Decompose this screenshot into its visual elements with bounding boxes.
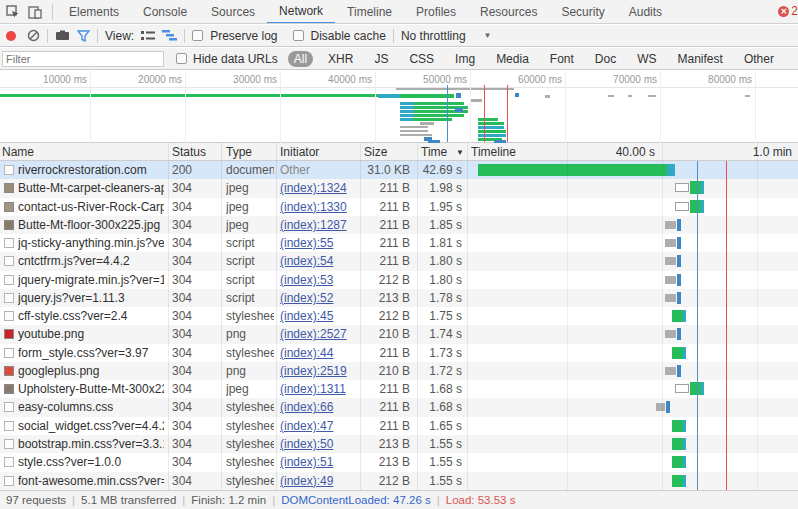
table-row[interactable]: jquery-migrate.min.js?ver=1.2.1304script… (0, 271, 798, 289)
column-header-timeline[interactable]: Timeline (471, 145, 516, 159)
throttling-value: No throttling (401, 29, 466, 43)
waterfall-bar (656, 403, 665, 411)
disable-cache-label: Disable cache (311, 29, 386, 43)
show-waterfall-icon[interactable] (162, 30, 177, 41)
filter-pill-media[interactable]: Media (490, 51, 535, 67)
device-toolbar-icon[interactable] (28, 5, 42, 19)
table-row[interactable]: contact-us-River-Rock-Carpet-Clea...304j… (0, 198, 798, 216)
tab-elements[interactable]: Elements (57, 0, 131, 24)
ruler-label: 30000 ms (217, 74, 277, 85)
filter-input[interactable] (2, 51, 164, 67)
filter-pill-img[interactable]: Img (449, 51, 481, 67)
waterfall-bar (683, 310, 686, 322)
network-toolbar: View: Preserve log Disable cache No thro… (0, 25, 798, 47)
table-row[interactable]: jq-sticky-anything.min.js?ver=1.3.1304sc… (0, 234, 798, 252)
error-count-badge[interactable]: ✕ 2 (778, 4, 798, 18)
disable-cache-checkbox[interactable] (293, 30, 304, 41)
type-cell: jpeg (226, 181, 274, 195)
time-cell: 1.81 s (382, 236, 462, 250)
waterfall-bar (690, 382, 701, 395)
filter-pill-other[interactable]: Other (738, 51, 780, 67)
clear-button[interactable] (27, 29, 40, 42)
image-thumbnail-icon (4, 366, 14, 376)
request-name-cell: style.css?ver=1.0.0 (4, 455, 164, 469)
tab-security[interactable]: Security (549, 0, 616, 24)
file-icon (4, 439, 14, 449)
tab-resources[interactable]: Resources (468, 0, 549, 24)
table-row[interactable]: cff-style.css?ver=2.4304stylesheet(index… (0, 307, 798, 325)
tab-timeline[interactable]: Timeline (335, 0, 404, 24)
waterfall-bar (672, 310, 683, 322)
table-row[interactable]: social_widget.css?ver=4.4.2304stylesheet… (0, 417, 798, 435)
request-name-cell: riverrockrestoration.com (4, 163, 164, 177)
overview-bar (470, 99, 482, 102)
table-row[interactable]: jquery.js?ver=1.11.3304script(index):522… (0, 289, 798, 307)
table-row[interactable]: Upholstery-Butte-Mt-300x225.jpg304jpeg(i… (0, 380, 798, 398)
status-cell: 304 (172, 291, 218, 305)
overview-bar (400, 130, 428, 132)
network-overview[interactable]: 10000 ms20000 ms30000 ms40000 ms50000 ms… (0, 71, 798, 143)
type-cell: jpeg (226, 200, 274, 214)
tab-sources[interactable]: Sources (199, 0, 267, 24)
filter-pill-xhr[interactable]: XHR (322, 51, 359, 67)
table-row[interactable]: easy-columns.css304stylesheet(index):662… (0, 398, 798, 416)
hide-data-urls-checkbox[interactable] (176, 53, 187, 64)
tab-audits[interactable]: Audits (617, 0, 674, 24)
column-header-status[interactable]: Status (172, 145, 206, 159)
column-header-time[interactable]: Time (421, 145, 447, 159)
filter-pill-ws[interactable]: WS (631, 51, 662, 67)
waterfall-bar (701, 181, 704, 194)
overview-bar (400, 118, 412, 121)
column-header-type[interactable]: Type (226, 145, 252, 159)
tab-profiles[interactable]: Profiles (404, 0, 468, 24)
file-icon (4, 457, 14, 467)
time-cell: 1.55 s (382, 474, 462, 488)
record-button[interactable] (6, 31, 16, 41)
screenshot-capture-icon[interactable] (55, 30, 70, 42)
transferred-size: 5.1 MB transferred (81, 494, 176, 506)
filter-pill-js[interactable]: JS (368, 51, 394, 67)
overview-bar (0, 94, 384, 97)
filter-icon[interactable] (77, 30, 90, 42)
preserve-log-checkbox[interactable] (192, 30, 203, 41)
filter-pill-font[interactable]: Font (544, 51, 580, 67)
filter-pill-all[interactable]: All (288, 51, 313, 67)
status-cell: 304 (172, 327, 218, 341)
overview-bar (745, 95, 750, 97)
waterfall-bar (683, 438, 686, 450)
file-icon (4, 238, 14, 248)
inspect-element-icon[interactable] (6, 5, 20, 19)
column-header-size[interactable]: Size (364, 145, 387, 159)
throttling-dropdown[interactable]: No throttling ▼ (401, 29, 492, 43)
file-icon (4, 402, 14, 412)
waterfall-bar (672, 420, 683, 432)
table-row[interactable]: Butte-Mt-floor-300x225.jpg304jpeg(index)… (0, 216, 798, 234)
filter-pill-manifest[interactable]: Manifest (672, 51, 729, 67)
tab-network[interactable]: Network (267, 0, 335, 24)
domcontentloaded-time: DOMContentLoaded: 47.26 s (281, 494, 431, 506)
time-cell: 1.80 s (382, 273, 462, 287)
column-header-initiator[interactable]: Initiator (280, 145, 319, 159)
time-cell: 1.68 s (382, 382, 462, 396)
table-row[interactable]: style.css?ver=1.0.0304stylesheet(index):… (0, 453, 798, 471)
ruler-gridline (660, 71, 661, 143)
tab-console[interactable]: Console (131, 0, 199, 24)
table-row[interactable]: youtube.png304png(index):2527210 B1.74 s (0, 325, 798, 343)
table-row[interactable]: googleplus.png304png(index):2519210 B1.7… (0, 362, 798, 380)
requests-count: 97 requests (6, 494, 66, 506)
time-cell: 1.85 s (382, 218, 462, 232)
table-row[interactable]: riverrockrestoration.com200documentOther… (0, 161, 798, 179)
toolbar-divider (47, 29, 48, 43)
table-row[interactable]: font-awesome.min.css?ver=4.4.0304stylesh… (0, 472, 798, 490)
time-cell: 1.55 s (382, 437, 462, 451)
table-row[interactable]: Butte-Mt-carpet-cleaners-appoint...304jp… (0, 179, 798, 197)
use-large-rows-icon[interactable] (141, 30, 155, 41)
column-header-name[interactable]: Name (2, 145, 34, 159)
filter-pill-doc[interactable]: Doc (589, 51, 622, 67)
table-row[interactable]: form_style.css?ver=3.97304stylesheet(ind… (0, 344, 798, 362)
type-cell: jpeg (226, 218, 274, 232)
filter-pill-css[interactable]: CSS (403, 51, 440, 67)
table-row[interactable]: bootstrap.min.css?ver=3.3.1304stylesheet… (0, 435, 798, 453)
overview-bar (400, 94, 454, 98)
table-row[interactable]: cntctfrm.js?ver=4.4.2304script(index):54… (0, 252, 798, 270)
